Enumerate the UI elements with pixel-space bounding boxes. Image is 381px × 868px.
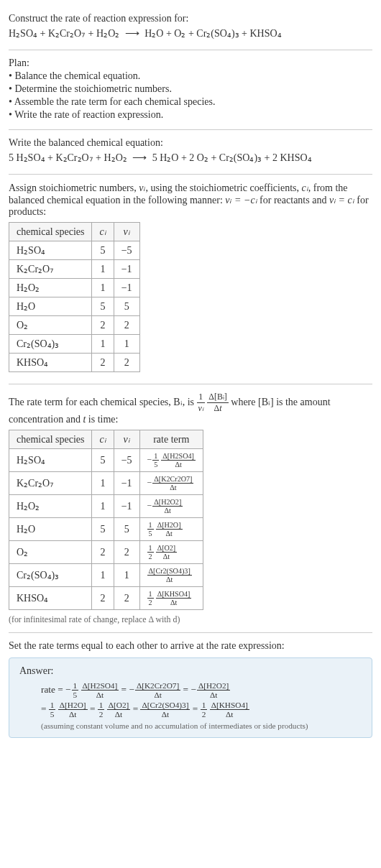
cell-species: H₂O (9, 518, 92, 541)
cell-c: 1 (92, 335, 114, 354)
cell-c: 2 (92, 587, 114, 610)
react-rule: νᵢ = −cᵢ (225, 195, 257, 206)
arrow-icon: ⟶ (132, 152, 147, 163)
cell-rate: −15 Δ[H2SO4]Δt (139, 449, 203, 472)
table-row: KHSO₄ 2 2 12 Δ[KHSO4]Δt (9, 587, 203, 610)
table-row: Cr₂(SO₄)₃ 1 1 Δ[Cr2(SO4)3]Δt (9, 564, 203, 587)
cell-rate: −Δ[K2Cr2O7]Δt (139, 472, 203, 495)
delta-frac: Δ[H2O]Δt (156, 521, 183, 537)
plan-item: • Balance the chemical equation. (9, 70, 372, 82)
cell-species: H₂O₂ (9, 279, 92, 297)
plan-label: Plan: (9, 57, 372, 69)
delta-frac: Δ[Cr2(SO4)3]Δt (147, 567, 192, 583)
cell-nu: 5 (114, 518, 139, 541)
cell-c: 5 (92, 449, 114, 472)
header-rate: rate term (139, 430, 203, 449)
arrow-icon: ⟶ (125, 28, 139, 39)
cell-nu: −1 (114, 279, 139, 297)
cell-species: Cr₂(SO₄)₃ (9, 335, 92, 354)
delta-frac: Δ[H2O2]Δt (152, 498, 183, 514)
plan-item: • Assemble the rate term for each chemic… (9, 96, 372, 108)
eq-lhs: 5 H₂SO₄ + K₂Cr₂O₇ + H₂O₂ (9, 152, 127, 163)
delta-frac: Δ[H2SO4]Δt (161, 452, 196, 468)
cell-rate: Δ[Cr2(SO4)3]Δt (139, 564, 203, 587)
coef-frac: 15 (72, 681, 79, 699)
cell-c: 5 (92, 518, 114, 541)
header-nu: νᵢ (114, 430, 139, 449)
cell-nu: 1 (114, 335, 139, 354)
c-symbol: cᵢ (302, 183, 308, 193)
text: Assign stoichiometric numbers, (9, 183, 139, 193)
text: The rate term for each chemical species,… (9, 397, 197, 407)
table-row: O₂ 2 2 12 Δ[O2]Δt (9, 541, 203, 564)
coef-frac: 15 (49, 701, 56, 719)
delta-frac: Δ[O2]Δt (156, 544, 178, 560)
cell-c: 2 (92, 541, 114, 564)
rate-expression-line2: = 15 Δ[H2O]Δt = 12 Δ[O2]Δt = Δ[Cr2(SO4)3… (41, 701, 362, 719)
general-delta-frac: Δ[Bᵢ]Δt (207, 392, 229, 414)
plan-item: • Determine the stoichiometric numbers. (9, 83, 372, 95)
rate-term-table: chemical species cᵢ νᵢ rate term H₂SO₄ 5… (9, 430, 203, 610)
cell-species: KHSO₄ (9, 354, 92, 372)
cell-rate: 15 Δ[H2O]Δt (139, 518, 203, 541)
stoich-section: Assign stoichiometric numbers, νᵢ, using… (9, 175, 372, 384)
table-row: H₂O 5 5 15 Δ[H2O]Δt (9, 518, 203, 541)
coef-frac: 12 (147, 544, 154, 560)
delta-note: (for infinitesimal rate of change, repla… (9, 614, 372, 625)
answer-box: Answer: rate = −15 Δ[H2SO4]Δt = −Δ[K2Cr2… (9, 657, 372, 738)
cell-nu: −5 (114, 449, 139, 472)
table-row: H₂O₂ 1 −1 −Δ[H2O2]Δt (9, 495, 203, 518)
coef-frac: 15 (147, 521, 154, 537)
final-intro: Set the rate terms equal to each other t… (9, 640, 372, 652)
cell-rate: −Δ[H2O2]Δt (139, 495, 203, 518)
rate-term-intro: The rate term for each chemical species,… (9, 392, 372, 425)
header-species: chemical species (9, 430, 92, 449)
eq-rhs: 5 H₂O + 2 O₂ + Cr₂(SO₄)₃ + 2 KHSO₄ (152, 152, 312, 163)
cell-c: 1 (92, 495, 114, 518)
delta-frac: Δ[KHSO4]Δt (210, 701, 249, 719)
table-row: H₂O₂1−1 (9, 279, 140, 297)
final-section: Set the rate terms equal to each other t… (9, 633, 372, 745)
cell-nu: 2 (114, 354, 139, 372)
delta-frac: Δ[O2]Δt (107, 701, 131, 719)
prod-rule: νᵢ = cᵢ (329, 195, 354, 206)
sign: − (147, 454, 152, 464)
coef-frac: 12 (147, 590, 154, 606)
unbalanced-equation: H₂SO₄ + K₂Cr₂O₇ + H₂O₂ ⟶ H₂O + O₂ + Cr₂(… (9, 27, 372, 40)
cell-c: 5 (92, 297, 114, 316)
cell-species: O₂ (9, 541, 92, 564)
table-row: H₂SO₄ 5 −5 −15 Δ[H2SO4]Δt (9, 449, 203, 472)
cell-nu: 1 (114, 564, 139, 587)
table-header-row: chemical species cᵢ νᵢ rate term (9, 430, 203, 449)
text: for reactants and (257, 195, 329, 206)
general-rate-frac: 1νᵢ (197, 392, 205, 414)
table-row: H₂O55 (9, 297, 140, 316)
sign: − (147, 477, 152, 487)
table-row: H₂SO₄5−5 (9, 241, 140, 260)
delta-frac: Δ[KHSO4]Δt (156, 590, 192, 606)
balanced-equation: 5 H₂SO₄ + K₂Cr₂O₇ + H₂O₂ ⟶ 5 H₂O + 2 O₂ … (9, 152, 372, 164)
stoich-intro: Assign stoichiometric numbers, νᵢ, using… (9, 182, 372, 218)
cell-nu: −1 (114, 472, 139, 495)
rate-expression-line1: rate = −15 Δ[H2SO4]Δt = −Δ[K2Cr2O7]Δt = … (41, 681, 362, 699)
cell-rate: 12 Δ[KHSO4]Δt (139, 587, 203, 610)
delta-frac: Δ[K2Cr2O7]Δt (152, 475, 193, 491)
table-header-row: chemical species cᵢ νᵢ (9, 223, 140, 241)
coef-frac: 12 (201, 701, 208, 719)
cell-species: H₂O (9, 297, 92, 316)
cell-nu: −5 (114, 241, 139, 260)
cell-nu: 2 (114, 587, 139, 610)
sign: − (147, 500, 152, 510)
header-nu: νᵢ (114, 223, 139, 241)
text: , using the stoichiometric coefficients, (145, 183, 301, 193)
delta-frac: Δ[H2SO4]Δt (81, 681, 119, 699)
cell-c: 2 (92, 316, 114, 335)
plan-section: Plan: • Balance the chemical equation. •… (9, 50, 372, 130)
header-species: chemical species (9, 223, 92, 241)
cell-c: 5 (92, 241, 114, 260)
coef-frac: 15 (152, 452, 159, 468)
header-c: cᵢ (92, 430, 114, 449)
cell-species: O₂ (9, 316, 92, 335)
stoich-table: chemical species cᵢ νᵢ H₂SO₄5−5 K₂Cr₂O₇1… (9, 222, 140, 372)
table-row: K₂Cr₂O₇ 1 −1 −Δ[K2Cr2O7]Δt (9, 472, 203, 495)
